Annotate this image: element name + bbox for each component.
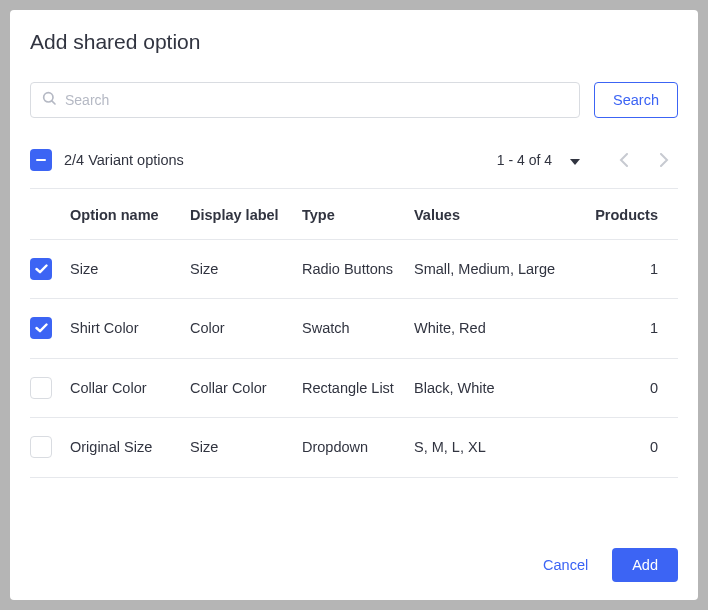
select-all-checkbox-indeterminate[interactable] xyxy=(30,149,52,171)
options-table: Option name Display label Type Values Pr… xyxy=(10,189,698,478)
add-shared-option-modal: Add shared option Search 2/4 Variant opt… xyxy=(10,10,698,600)
row-checkbox[interactable] xyxy=(30,436,52,458)
modal-header: Add shared option xyxy=(10,10,698,64)
search-input[interactable] xyxy=(65,92,569,108)
col-display-label: Display label xyxy=(190,207,302,223)
col-type: Type xyxy=(302,207,414,223)
row-checkbox[interactable] xyxy=(30,377,52,399)
pagination-range: 1 - 4 of 4 xyxy=(497,152,552,168)
row-checkbox-cell xyxy=(30,258,70,280)
next-page-button[interactable] xyxy=(650,146,678,174)
col-values: Values xyxy=(414,207,584,223)
cancel-button[interactable]: Cancel xyxy=(529,549,602,581)
cell-option-name: Size xyxy=(70,258,190,280)
row-checkbox[interactable] xyxy=(30,317,52,339)
previous-page-button[interactable] xyxy=(610,146,638,174)
table-row: Collar Color Collar Color Rectangle List… xyxy=(30,359,678,418)
table-header: Option name Display label Type Values Pr… xyxy=(30,189,678,240)
modal-footer: Cancel Add xyxy=(10,530,698,600)
search-box[interactable] xyxy=(30,82,580,118)
modal-title: Add shared option xyxy=(30,30,678,54)
add-button[interactable]: Add xyxy=(612,548,678,582)
cell-values: Black, White xyxy=(414,377,584,399)
toolbar: 2/4 Variant options 1 - 4 of 4 xyxy=(10,118,698,188)
cell-products: 1 xyxy=(584,317,658,339)
cell-option-name: Original Size xyxy=(70,436,190,458)
cell-type: Radio Buttons xyxy=(302,258,414,280)
cell-products: 0 xyxy=(584,377,658,399)
selection-summary: 2/4 Variant options xyxy=(64,152,485,168)
cell-type: Rectangle List xyxy=(302,377,414,399)
table-row: Size Size Radio Buttons Small, Medium, L… xyxy=(30,240,678,299)
search-icon xyxy=(41,90,57,110)
cell-display-label: Size xyxy=(190,436,302,458)
cell-display-label: Color xyxy=(190,317,302,339)
col-option-name: Option name xyxy=(70,207,190,223)
cell-values: S, M, L, XL xyxy=(414,436,584,458)
cell-products: 1 xyxy=(584,258,658,280)
row-checkbox-cell xyxy=(30,436,70,458)
cell-option-name: Shirt Color xyxy=(70,317,190,339)
page-size-dropdown[interactable] xyxy=(570,151,580,169)
cell-type: Dropdown xyxy=(302,436,414,458)
col-products: Products xyxy=(584,207,658,223)
cell-products: 0 xyxy=(584,436,658,458)
search-button[interactable]: Search xyxy=(594,82,678,118)
cell-display-label: Size xyxy=(190,258,302,280)
svg-line-1 xyxy=(52,101,55,104)
table-row: Shirt Color Color Swatch White, Red 1 xyxy=(30,299,678,358)
row-checkbox-cell xyxy=(30,377,70,399)
row-checkbox-cell xyxy=(30,317,70,339)
cell-values: White, Red xyxy=(414,317,584,339)
cell-type: Swatch xyxy=(302,317,414,339)
table-row: Original Size Size Dropdown S, M, L, XL … xyxy=(30,418,678,477)
search-row: Search xyxy=(10,64,698,118)
cell-display-label: Collar Color xyxy=(190,377,302,399)
cell-values: Small, Medium, Large xyxy=(414,258,584,280)
row-checkbox[interactable] xyxy=(30,258,52,280)
cell-option-name: Collar Color xyxy=(70,377,190,399)
